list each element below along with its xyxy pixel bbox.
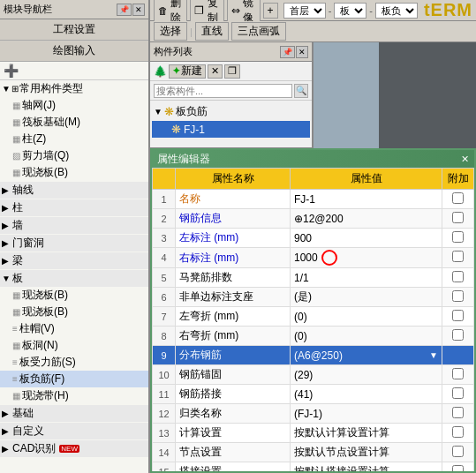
- prop-value-cell[interactable]: 900: [291, 229, 442, 248]
- search-button[interactable]: 🔍: [294, 84, 308, 98]
- tree-item-shearwall[interactable]: ▨ 剪力墙(Q): [0, 147, 148, 164]
- comp-list-close-button[interactable]: ✕: [296, 46, 308, 58]
- prop-attach-cell[interactable]: [442, 288, 474, 307]
- select-button[interactable]: 选择: [154, 22, 187, 41]
- tree-item-cad[interactable]: ▶ CAD识别 NEW: [0, 440, 148, 457]
- prop-value-cell[interactable]: FJ-1: [291, 190, 442, 209]
- prop-value-cell[interactable]: (0): [291, 327, 442, 346]
- prop-attach-cell[interactable]: [442, 385, 474, 404]
- prop-value-cell[interactable]: 按默认节点设置计算: [291, 443, 442, 462]
- col-header-attach: 附加: [442, 169, 474, 190]
- comp-tree-item-banjin[interactable]: ▼ ❋ 板负筋: [152, 102, 310, 121]
- attach-checkbox[interactable]: [452, 290, 464, 302]
- drawing-input-btn[interactable]: 绘图输入: [0, 41, 148, 62]
- tree-item-custom[interactable]: ▶ 自定义: [0, 423, 148, 439]
- comp-tree: ▼ ❋ 板负筋 ❋ FJ-1: [150, 101, 312, 147]
- attach-checkbox[interactable]: [452, 271, 464, 282]
- prop-attach-cell[interactable]: [442, 424, 474, 443]
- tree-item-wall[interactable]: ▶ 墙: [0, 217, 148, 234]
- prop-value-cell[interactable]: ⊕12@200: [291, 209, 442, 229]
- prop-attach-cell[interactable]: [442, 307, 474, 327]
- prop-attach-cell[interactable]: [442, 346, 474, 365]
- prop-value-cell[interactable]: (是): [291, 288, 442, 307]
- attach-checkbox[interactable]: [452, 407, 464, 418]
- engineering-setup-btn[interactable]: 工程设置: [0, 19, 148, 41]
- copy-comp-button[interactable]: ❐: [224, 64, 240, 79]
- sidebar-header: 模块导航栏 📌 ✕: [0, 0, 148, 19]
- prop-attach-cell[interactable]: [442, 248, 474, 268]
- attach-checkbox[interactable]: [452, 310, 464, 321]
- table-row: 15搭接设置按默认搭接设置计算: [153, 462, 474, 472]
- attach-checkbox[interactable]: [452, 368, 464, 379]
- tree-item-xjb2[interactable]: ▦ 现浇板(B): [0, 304, 148, 320]
- comp-tree-icon: 🌲: [154, 65, 167, 78]
- move-button[interactable]: +: [263, 3, 278, 19]
- attach-checkbox[interactable]: [452, 329, 464, 341]
- tree-item-xjd[interactable]: ▦ 现浇带(H): [0, 387, 148, 404]
- new-comp-button[interactable]: ✦ 新建: [169, 64, 206, 79]
- attach-checkbox[interactable]: [452, 446, 464, 457]
- tree-item-beam[interactable]: ▶ 梁: [0, 252, 148, 269]
- attach-checkbox[interactable]: [452, 251, 464, 262]
- floor-select[interactable]: 首层: [283, 3, 326, 19]
- prop-attach-cell[interactable]: [442, 462, 474, 472]
- attach-checkbox[interactable]: [452, 387, 464, 399]
- prop-attach-cell[interactable]: [442, 365, 474, 385]
- attach-checkbox[interactable]: [452, 192, 464, 204]
- prop-value-cell[interactable]: 按默认搭接设置计算: [291, 462, 442, 472]
- prop-value-cell[interactable]: (41): [291, 385, 442, 404]
- tree-item-common[interactable]: ▼ ⊞ 常用构件类型: [0, 80, 148, 97]
- canvas-area[interactable]: [314, 42, 476, 148]
- tree-item-zhu[interactable]: ▶ 柱: [0, 199, 148, 216]
- tree-item-axisline[interactable]: ▶ 轴线: [0, 182, 148, 199]
- attach-checkbox[interactable]: [452, 212, 464, 223]
- comp-tree-item-fj1[interactable]: ❋ FJ-1: [152, 121, 310, 138]
- tree-item-foundation[interactable]: ▶ 基础: [0, 405, 148, 422]
- tree-item-axis[interactable]: ▦ 轴网(J): [0, 97, 148, 114]
- prop-value-cell[interactable]: 按默认计算设置计算: [291, 424, 442, 443]
- prop-value-cell[interactable]: 1000: [291, 248, 442, 268]
- prop-value-cell[interactable]: 1/1: [291, 268, 442, 288]
- prop-name-cell: 非单边标注支座: [176, 288, 291, 307]
- comp-list-pin-button[interactable]: 📌: [280, 46, 295, 58]
- tree-item-slab-neg[interactable]: ≡ 板负筋(F): [0, 371, 148, 387]
- tree-item-door-window[interactable]: ▶ 门窗洞: [0, 235, 148, 252]
- prop-attach-cell[interactable]: [442, 327, 474, 346]
- attach-checkbox[interactable]: [452, 426, 464, 438]
- prop-attach-cell[interactable]: [442, 443, 474, 462]
- type-select[interactable]: 板: [334, 3, 366, 19]
- sidebar-pin-button[interactable]: 📌: [117, 4, 132, 16]
- prop-attach-cell[interactable]: [442, 268, 474, 288]
- attach-checkbox[interactable]: [452, 465, 464, 472]
- tree-item-cast-slab[interactable]: ▦ 现浇板(B): [0, 164, 148, 181]
- prop-editor-window: 属性编辑器 ✕ 属性名称 属性值 附加 1名称FJ-12钢筋信息⊕12: [150, 148, 476, 473]
- tree-item-zhuma[interactable]: ≡ 柱帽(V): [0, 320, 148, 337]
- prop-value-cell[interactable]: (A6@250)▼: [291, 346, 442, 365]
- line-button[interactable]: 直线: [195, 22, 229, 41]
- prop-editor-close-button[interactable]: ✕: [461, 154, 469, 165]
- add-component-icon[interactable]: ➕: [4, 64, 19, 78]
- prop-attach-cell[interactable]: [442, 404, 474, 424]
- prop-attach-cell[interactable]: [442, 190, 474, 209]
- prop-value-cell[interactable]: (0): [291, 307, 442, 327]
- prop-name-cell: 右标注 (mm): [176, 248, 291, 268]
- prop-value-cell[interactable]: (FJ-1): [291, 404, 442, 424]
- tree-item-column[interactable]: ▦ 柱(Z): [0, 131, 148, 147]
- tree-item-bd[interactable]: ▦ 板洞(N): [0, 337, 148, 354]
- rebar-select[interactable]: 板负筋: [375, 3, 418, 19]
- attach-checkbox[interactable]: [452, 231, 464, 243]
- sidebar-close-button[interactable]: ✕: [132, 4, 145, 16]
- tree-item-xjb1[interactable]: ▦ 现浇板(B): [0, 287, 148, 304]
- arc-button[interactable]: 三点画弧: [231, 22, 286, 41]
- delete-comp-button[interactable]: ✕: [208, 64, 223, 79]
- prop-attach-cell[interactable]: [442, 209, 474, 229]
- search-input[interactable]: [154, 84, 292, 98]
- prop-name-cell: 马凳筋排数: [176, 268, 291, 288]
- tree-item-plate[interactable]: ▼ 板: [0, 270, 148, 287]
- tree-item-raft[interactable]: ▦ 筏板基础(M): [0, 114, 148, 131]
- prop-value-cell[interactable]: (29): [291, 365, 442, 385]
- prop-attach-cell[interactable]: [442, 229, 474, 248]
- prop-name-cell: 钢筋信息: [176, 209, 291, 229]
- tree-item-slab-force[interactable]: ≡ 板受力筋(S): [0, 354, 148, 371]
- draw-toolbar: 选择 | 直线 三点画弧: [150, 21, 476, 42]
